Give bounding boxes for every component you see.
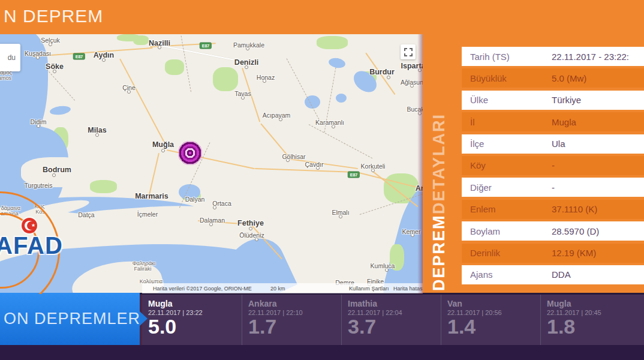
page-title: N DEPREM <box>4 6 103 26</box>
detail-row: ÜlkeTürkiye <box>462 91 644 110</box>
footer-strip <box>0 345 644 360</box>
map-label: Bodrum <box>43 166 71 174</box>
road <box>119 59 167 147</box>
detail-row: Diğer- <box>462 178 644 197</box>
entry-place: Ankara <box>248 299 341 308</box>
entry-magnitude: 5.0 <box>148 316 242 338</box>
map-label: Kemer <box>402 228 421 235</box>
map-label: Acıpayam <box>263 112 291 119</box>
detail-row: Derinlik12.19 (KM) <box>462 244 644 263</box>
map-label: Fethiye <box>237 219 264 227</box>
recent-earthquakes-header: ON DEPREMLER <box>0 293 140 345</box>
map-city-dot <box>161 149 165 152</box>
map-copyright: Harita verileri ©2017 Google, ORION-ME <box>153 286 252 292</box>
detail-row: Tarih (TS)22.11.2017 - 23:22: <box>462 47 644 66</box>
detail-value: 5.0 (Mw) <box>552 73 586 83</box>
earthquake-entry[interactable]: Ankara22.11.2017 | 22:101.7 <box>242 295 341 345</box>
road-badge-e87: E87 <box>348 172 360 178</box>
map-label: Burdur <box>369 68 395 76</box>
detail-label: Ajans <box>462 269 552 280</box>
map-terrain <box>90 180 117 193</box>
map-label: Kumluca <box>371 262 395 269</box>
map-label: Muğla <box>152 140 174 149</box>
map-label: Didim <box>31 118 47 125</box>
entry-place: Imathia <box>348 299 441 308</box>
lake <box>336 94 347 103</box>
detail-label: Tarih (TS) <box>462 52 552 62</box>
earthquake-entry[interactable]: Mugla22.11.2017 | 23:225.0 <box>142 295 242 345</box>
turkish-flag-icon: ★ <box>22 218 37 233</box>
detail-value: 37.1110 (K) <box>552 204 597 214</box>
entry-magnitude: 1.8 <box>547 316 640 338</box>
map-label: Bucak <box>407 106 423 113</box>
fullscreen-button[interactable] <box>401 44 416 59</box>
map-label: Milas <box>88 126 106 134</box>
earthquake-entry[interactable]: Van22.11.2017 | 20:561.4 <box>441 295 540 345</box>
dashboard-root: N DEPREM <box>0 0 644 360</box>
detail-label: Enlem <box>462 204 552 214</box>
map-scale-label: 20 km <box>270 286 285 292</box>
detail-row: Köy- <box>462 156 644 175</box>
details-panel-vertical-title: DEPREMDETAYLARI <box>427 34 451 291</box>
vertical-title-light: DETAYLARI <box>430 113 449 214</box>
map-terrain <box>317 36 348 49</box>
map-label: Faliraki <box>134 266 151 272</box>
detail-label: İlçe <box>462 139 552 149</box>
entry-place: Van <box>447 299 540 308</box>
detail-label: Diğer <box>462 182 552 193</box>
detail-label: Büyüklük <box>462 73 552 83</box>
map-label: amos <box>0 75 11 81</box>
border-line <box>287 58 321 122</box>
map-label: Karamanlı <box>315 119 344 126</box>
map-type-control-partial[interactable]: du <box>0 44 20 71</box>
map-label: Honaz <box>257 74 275 81</box>
map-city-dot <box>418 68 422 72</box>
detail-row: Büyüklük5.0 (Mw) <box>462 68 644 88</box>
map-label: Aydın <box>94 51 114 59</box>
entry-magnitude: 1.7 <box>248 316 341 338</box>
border-line <box>309 124 372 158</box>
entry-place: Mugla <box>148 299 242 308</box>
earthquake-entry[interactable]: Mugla22.11.2017 | 20:451.8 <box>540 295 640 345</box>
border-line <box>47 69 76 101</box>
lake <box>328 57 346 70</box>
map-type-control-label: du <box>8 53 16 62</box>
map-label: Dalyan <box>185 196 205 203</box>
earthquake-entry[interactable]: Imathia22.11.2017 | 22:043.7 <box>341 295 441 345</box>
entry-magnitude: 1.4 <box>447 316 540 338</box>
detail-value: Ula <box>552 139 565 149</box>
fullscreen-icon <box>404 48 413 56</box>
map-label: Tavas <box>234 90 251 97</box>
map-label: Turgutreis <box>25 182 53 189</box>
map-label: amaina <box>1 211 19 217</box>
epicenter-marker[interactable] <box>177 140 203 166</box>
map-label: Selçuk <box>41 37 60 44</box>
map-label: Nazilli <box>149 39 170 47</box>
map-label: Kos <box>35 209 45 215</box>
map-label: Isparta <box>401 62 423 70</box>
arrow-right-icon <box>140 311 148 326</box>
detail-value: DDA <box>552 269 571 280</box>
map-label: Denizli <box>234 58 258 67</box>
detail-value: 22.11.2017 - 23:22: <box>552 52 629 62</box>
road-badge-e87: E87 <box>200 43 212 49</box>
detail-row: İlMugla <box>462 112 644 131</box>
map-label: An <box>416 184 423 193</box>
map-label: Çine <box>122 84 136 91</box>
map-label: Çavdır <box>305 161 324 168</box>
map-label: Ortaca <box>212 200 231 207</box>
terms-link[interactable]: Kullanım Şartları <box>349 286 389 292</box>
map[interactable]: AydınSökeNazilliDenizliMuğlaBodrumMarmar… <box>0 34 423 294</box>
detail-label: Köy <box>462 160 552 170</box>
report-map-error-link[interactable]: Harita hatası bildirin <box>393 286 423 292</box>
map-label: Söke <box>46 62 64 71</box>
detail-value: - <box>552 182 555 193</box>
road <box>255 168 357 173</box>
map-terrain <box>213 67 238 91</box>
detail-label: Boylam <box>462 226 552 236</box>
earthquake-entries-strip: Mugla22.11.2017 | 23:225.0Ankara22.11.20… <box>142 295 644 345</box>
detail-row: Boylam28.5970 (D) <box>462 221 644 241</box>
lake <box>49 105 71 116</box>
map-label: Datça <box>78 211 94 218</box>
detail-label: İl <box>462 117 552 127</box>
